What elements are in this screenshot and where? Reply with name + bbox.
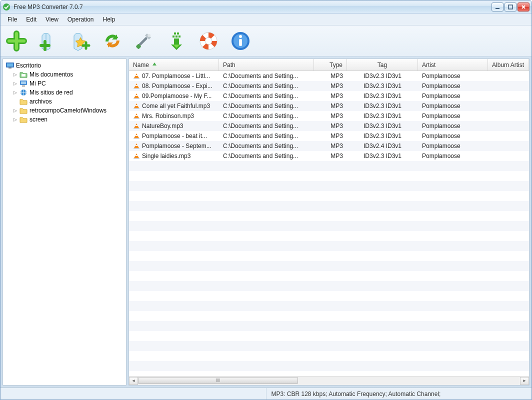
header-name[interactable]: Name bbox=[129, 59, 219, 70]
table-row-empty bbox=[129, 241, 529, 251]
cell-tag: ID3v2.3 ID3v1 bbox=[347, 122, 418, 130]
svg-rect-28 bbox=[134, 118, 140, 119]
cell-tag: ID3v2.3 ID3v1 bbox=[347, 82, 418, 90]
close-button[interactable] bbox=[518, 2, 530, 12]
menu-view[interactable]: View bbox=[42, 14, 62, 24]
menu-operation[interactable]: Operation bbox=[64, 14, 98, 24]
cell-type: MP3 bbox=[314, 122, 347, 130]
header-type[interactable]: Type bbox=[314, 59, 347, 70]
expand-icon[interactable]: ▷ bbox=[13, 118, 18, 122]
favorites-button[interactable] bbox=[68, 29, 92, 53]
vlc-cone-icon bbox=[133, 113, 140, 119]
cell-path: C:\Documents and Setting... bbox=[219, 72, 314, 80]
tree-item[interactable]: ▷screen bbox=[5, 115, 124, 124]
horizontal-scrollbar[interactable]: ◄ ► bbox=[129, 376, 529, 385]
menu-help[interactable]: Help bbox=[99, 14, 120, 24]
cell-name: Mrs. Robinson.mp3 bbox=[129, 112, 219, 120]
table-row[interactable]: Pomplamoose - Septem...C:\Documents and … bbox=[129, 141, 529, 151]
expand-icon[interactable] bbox=[13, 100, 18, 104]
header-tag[interactable]: Tag bbox=[347, 59, 418, 70]
help-life-ring-button[interactable] bbox=[196, 29, 220, 53]
table-row-empty bbox=[129, 371, 529, 376]
about-button[interactable] bbox=[228, 29, 252, 53]
folder-icon bbox=[20, 89, 28, 96]
header-type-label: Type bbox=[330, 62, 342, 68]
tree-item-label: retrocompoCamelotWindows bbox=[30, 107, 106, 114]
menu-file[interactable]: File bbox=[4, 14, 21, 24]
cell-artist: Pomplamoose bbox=[418, 132, 488, 140]
tree-item[interactable]: archivos bbox=[5, 97, 124, 106]
table-row[interactable]: Pomplamoose - beat it...C:\Documents and… bbox=[129, 131, 529, 141]
sort-ascending-icon bbox=[152, 62, 157, 68]
folder-icon bbox=[20, 80, 28, 87]
header-artist-label: Artist bbox=[422, 62, 436, 68]
tree-item[interactable]: ▷retrocompoCamelotWindows bbox=[5, 106, 124, 115]
tree-root-label: Escritorio bbox=[16, 62, 41, 69]
expand-icon[interactable]: ▷ bbox=[13, 72, 18, 77]
table-row[interactable]: 09.Pomplamoose - My F...C:\Documents and… bbox=[129, 91, 529, 101]
svg-rect-15 bbox=[239, 39, 242, 46]
header-album-artist[interactable]: Album Artist bbox=[488, 59, 529, 70]
table-row-empty bbox=[129, 221, 529, 231]
table-row[interactable]: NatureBoy.mp3C:\Documents and Setting...… bbox=[129, 121, 529, 131]
tree-item[interactable]: ▷Mis documentos bbox=[5, 70, 124, 79]
cell-tag: ID3v2.3 ID3v1 bbox=[347, 92, 418, 100]
tree-item[interactable]: ▷Mis sitios de red bbox=[5, 88, 124, 97]
table-row[interactable]: Single laidies.mp3C:\Documents and Setti… bbox=[129, 151, 529, 161]
cell-tag: ID3v2.3 ID3v1 bbox=[347, 112, 418, 120]
app-window: Free MP3 Converter 7.0.7 File Edit View … bbox=[0, 0, 532, 400]
minimize-button[interactable] bbox=[492, 2, 504, 12]
expand-icon[interactable]: ▷ bbox=[13, 90, 18, 95]
cell-type: MP3 bbox=[314, 102, 347, 110]
table-row-empty bbox=[129, 291, 529, 301]
table-row-empty bbox=[129, 161, 529, 171]
folder-tree[interactable]: Escritorio ▷Mis documentos▷Mi PC▷Mis sit… bbox=[2, 58, 126, 386]
header-name-label: Name bbox=[133, 62, 149, 68]
maximize-button[interactable] bbox=[504, 2, 516, 12]
svg-rect-9 bbox=[178, 36, 180, 38]
table-body[interactable]: 07. Pomplamoose - Littl...C:\Documents a… bbox=[129, 71, 529, 376]
cell-name: 09.Pomplamoose - My F... bbox=[129, 92, 219, 100]
cell-artist: Pomplamoose bbox=[418, 152, 488, 160]
expand-icon[interactable]: ▷ bbox=[13, 108, 18, 113]
table-row-empty bbox=[129, 201, 529, 211]
add-folder-button[interactable] bbox=[36, 29, 60, 53]
status-left bbox=[0, 388, 266, 400]
cell-artist: Pomplamoose bbox=[418, 82, 488, 90]
tree-root-desktop[interactable]: Escritorio bbox=[5, 61, 124, 70]
table-row[interactable]: 08. Pomplamoose - Expi...C:\Documents an… bbox=[129, 81, 529, 91]
scroll-right-button[interactable]: ► bbox=[520, 377, 529, 385]
download-button[interactable] bbox=[164, 29, 188, 53]
table-row-empty bbox=[129, 361, 529, 371]
toolbar bbox=[0, 26, 532, 56]
titlebar[interactable]: Free MP3 Converter 7.0.7 bbox=[0, 0, 532, 14]
scroll-track[interactable] bbox=[138, 377, 520, 385]
scroll-left-button[interactable]: ◄ bbox=[129, 377, 138, 385]
cell-type: MP3 bbox=[314, 92, 347, 100]
cell-path: C:\Documents and Setting... bbox=[219, 112, 314, 120]
tree-item-label: archivos bbox=[30, 98, 52, 105]
svg-rect-19 bbox=[22, 74, 26, 76]
tree-item[interactable]: ▷Mi PC bbox=[5, 79, 124, 88]
scroll-thumb[interactable] bbox=[138, 377, 298, 384]
table-header: Name Path Type Tag Artist Album Artist bbox=[129, 59, 529, 71]
table-row[interactable]: 07. Pomplamoose - Littl...C:\Documents a… bbox=[129, 71, 529, 81]
table-row[interactable]: Come all yet Faithful.mp3C:\Documents an… bbox=[129, 101, 529, 111]
table-row[interactable]: Mrs. Robinson.mp3C:\Documents and Settin… bbox=[129, 111, 529, 121]
settings-button[interactable] bbox=[132, 29, 156, 53]
app-icon bbox=[2, 3, 10, 11]
cell-tag: ID3v2.3 ID3v1 bbox=[347, 132, 418, 140]
svg-rect-27 bbox=[134, 108, 140, 109]
vlc-cone-icon bbox=[133, 93, 140, 99]
expand-icon[interactable]: ▷ bbox=[13, 82, 18, 86]
menu-edit[interactable]: Edit bbox=[22, 14, 40, 24]
vlc-cone-icon bbox=[133, 83, 140, 89]
cell-name: Pomplamoose - Septem... bbox=[129, 142, 219, 150]
table-row-empty bbox=[129, 331, 529, 341]
cell-type: MP3 bbox=[314, 152, 347, 160]
add-file-button[interactable] bbox=[4, 29, 28, 53]
header-path[interactable]: Path bbox=[219, 59, 314, 70]
svg-rect-6 bbox=[177, 32, 179, 34]
refresh-button[interactable] bbox=[100, 29, 124, 53]
header-artist[interactable]: Artist bbox=[418, 59, 488, 70]
